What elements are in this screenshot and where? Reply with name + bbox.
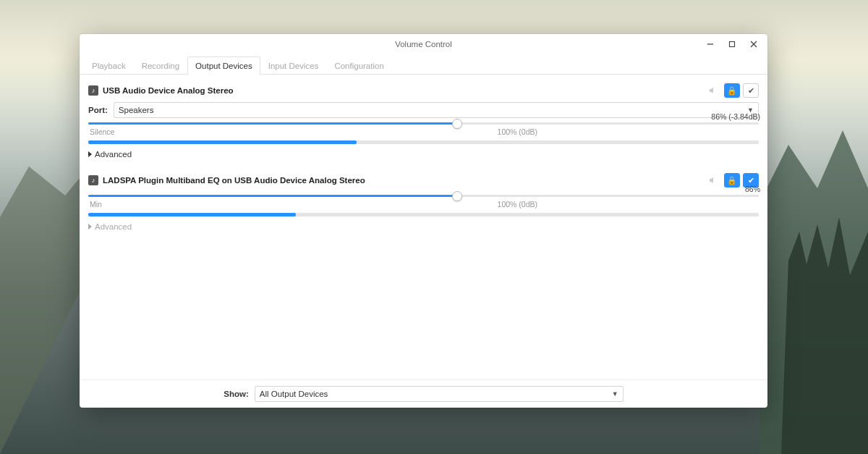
port-select-value: Speakers — [119, 106, 154, 114]
show-label: Show: — [224, 390, 249, 398]
maximize-button[interactable] — [721, 34, 743, 54]
titlebar: Volume Control — [80, 34, 767, 54]
vu-fill — [88, 213, 296, 217]
vu-meter — [88, 213, 759, 217]
port-row: Port: Speakers ▼ — [88, 102, 759, 118]
audio-card-icon: ♪ — [88, 175, 98, 185]
port-label: Port: — [88, 106, 108, 114]
set-default-button[interactable]: ✔ — [743, 83, 759, 98]
slider-fill — [88, 122, 457, 125]
tab-configuration[interactable]: Configuration — [326, 56, 391, 75]
slider-100-label: 100% (0dB) — [498, 127, 537, 136]
window-controls — [699, 34, 765, 54]
slider-min-label: Min — [90, 200, 102, 209]
device-actions: 🔒 ✔ — [705, 83, 759, 98]
close-button[interactable] — [743, 34, 765, 54]
mute-button[interactable] — [705, 173, 721, 188]
slider-track — [88, 195, 759, 197]
slider-track — [88, 122, 759, 125]
advanced-toggle[interactable]: Advanced — [88, 150, 759, 159]
tab-playback[interactable]: Playback — [84, 56, 134, 75]
desktop-background: Volume Control PlaybackRecordingOutput D… — [0, 0, 868, 454]
audio-card-icon: ♪ — [88, 85, 98, 96]
slider-100-label: 100% (0dB) — [498, 200, 537, 209]
slider-ticks: Silence 100% (0dB) — [88, 127, 759, 136]
advanced-label: Advanced — [95, 150, 132, 159]
minimize-button[interactable] — [699, 34, 721, 54]
volume-control-window: Volume Control PlaybackRecordingOutput D… — [80, 34, 767, 408]
chevron-down-icon: ▼ — [612, 390, 618, 398]
volume-value: 86% (-3.84dB) — [711, 112, 760, 121]
device-name: LADSPA Plugin Multiband EQ on USB Audio … — [103, 176, 701, 185]
lock-channels-button[interactable]: 🔒 — [724, 173, 740, 188]
volume-slider[interactable]: 86% (-3.84dB) — [88, 122, 759, 125]
vu-meter — [88, 140, 759, 144]
show-select-value: All Output Devices — [260, 390, 328, 398]
slider-fill — [88, 195, 457, 197]
svg-rect-1 — [730, 42, 735, 47]
port-select[interactable]: Speakers ▼ — [114, 102, 759, 118]
advanced-label: Advanced — [95, 222, 132, 231]
mute-button[interactable] — [705, 83, 721, 98]
vu-fill — [88, 140, 357, 144]
caret-right-icon — [88, 151, 92, 157]
lock-channels-button[interactable]: 🔒 — [724, 83, 740, 98]
device-header: ♪ USB Audio Device Analog Stereo 🔒 ✔ — [88, 82, 759, 102]
advanced-toggle[interactable]: Advanced — [88, 222, 759, 231]
device-usb-audio: ♪ USB Audio Device Analog Stereo 🔒 ✔ Por… — [88, 82, 759, 159]
tab-output-devices[interactable]: Output Devices — [187, 56, 260, 75]
slider-min-label: Silence — [90, 127, 114, 136]
device-ladspa-eq: ♪ LADSPA Plugin Multiband EQ on USB Audi… — [88, 172, 759, 231]
tab-input-devices[interactable]: Input Devices — [260, 56, 327, 75]
device-name: USB Audio Device Analog Stereo — [103, 86, 701, 95]
volume-slider[interactable]: 86% — [88, 195, 759, 197]
tab-recording[interactable]: Recording — [134, 56, 187, 75]
show-select[interactable]: All Output Devices ▼ — [255, 386, 624, 402]
content-area: ♪ USB Audio Device Analog Stereo 🔒 ✔ Por… — [80, 75, 767, 379]
footer: Show: All Output Devices ▼ — [80, 379, 767, 408]
volume-value: 86% — [745, 185, 760, 193]
device-header: ♪ LADSPA Plugin Multiband EQ on USB Audi… — [88, 172, 759, 192]
window-title: Volume Control — [395, 40, 452, 49]
tab-bar: PlaybackRecordingOutput DevicesInput Dev… — [80, 54, 767, 75]
slider-ticks: Min 100% (0dB) — [88, 200, 759, 209]
caret-right-icon — [88, 224, 92, 230]
